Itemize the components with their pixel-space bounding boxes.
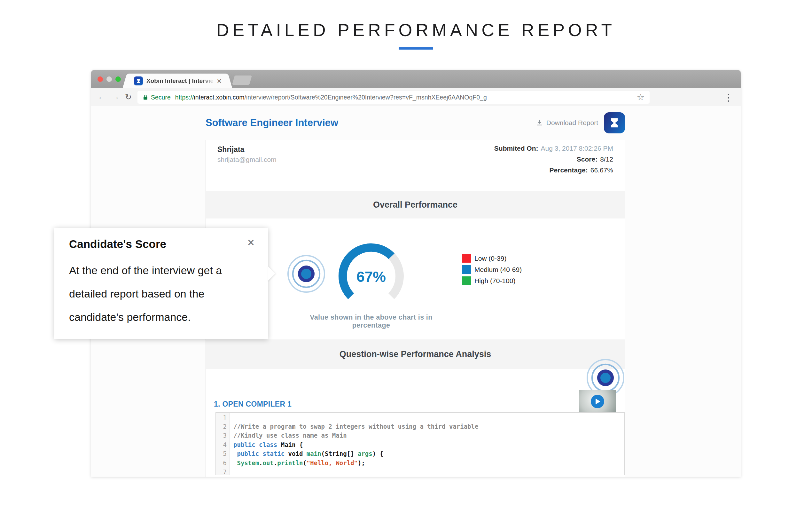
code-line: 6 System.out.println("Hello, World"); bbox=[216, 458, 624, 468]
meta-value: Aug 3, 2017 8:02:26 PM bbox=[541, 144, 614, 152]
report-title: Software Engineer Interview bbox=[205, 117, 338, 129]
tooltip-body: At the end of the interview get a detail… bbox=[69, 259, 258, 329]
meta-value: 8/12 bbox=[600, 156, 613, 163]
meta-label: Submited On: bbox=[494, 144, 538, 152]
url-path: /interview/report/Software%20Engineer%20… bbox=[245, 94, 487, 101]
candidate-name: Shrijata bbox=[218, 145, 244, 154]
browser-menu-icon[interactable]: ⋮ bbox=[724, 92, 733, 103]
gauge-value-label: 67% bbox=[336, 268, 406, 285]
code-token: . bbox=[259, 459, 262, 466]
bookmark-star-icon[interactable]: ☆ bbox=[637, 93, 644, 102]
candidate-meta-row: Score:8/12 bbox=[494, 156, 613, 163]
browser-toolbar: ← → ↻ Secure https://interact.xobin.com/… bbox=[91, 88, 741, 106]
code-token: Main { bbox=[277, 441, 303, 448]
tab-close-icon[interactable]: × bbox=[217, 77, 222, 85]
report-header: Software Engineer Interview Download Rep… bbox=[205, 106, 625, 139]
code-line: 3//Kindly use class name as Main bbox=[216, 431, 624, 440]
url-scheme: https:// bbox=[175, 94, 194, 101]
code-line-number: 3 bbox=[216, 431, 230, 440]
code-token: main bbox=[306, 450, 321, 457]
code-token: public class bbox=[233, 441, 277, 448]
report-content: Software Engineer Interview Download Rep… bbox=[205, 106, 625, 477]
answer-video-thumbnail[interactable] bbox=[579, 390, 616, 413]
code-line-number: 5 bbox=[216, 449, 230, 458]
legend-label: Medium (40-69) bbox=[474, 266, 522, 273]
play-triangle bbox=[595, 398, 601, 405]
minimize-window-button[interactable] bbox=[106, 77, 112, 82]
section-questionwise: Question-wise Performance Analysis bbox=[206, 339, 625, 369]
question-1-title: 1. OPEN COMPILER 1 bbox=[214, 400, 292, 409]
xobin-favicon-icon bbox=[134, 77, 143, 85]
url-text: https://interact.xobin.com/interview/rep… bbox=[175, 94, 487, 101]
code-line: 4public class Main { bbox=[216, 440, 624, 450]
section-overall-title: Overall Performance bbox=[373, 200, 458, 210]
secure-label: Secure bbox=[151, 94, 171, 101]
code-editor: 12//Write a program to swap 2 integers w… bbox=[216, 412, 625, 475]
reload-icon[interactable]: ↻ bbox=[125, 92, 132, 102]
code-token: println bbox=[277, 459, 303, 466]
code-line-number: 1 bbox=[216, 413, 230, 422]
legend-row: High (70-100) bbox=[462, 277, 522, 285]
code-token: System bbox=[237, 459, 259, 466]
tab-title: Xobin Interact | Interview Repo bbox=[146, 77, 214, 84]
code-line-text bbox=[230, 413, 233, 422]
header-right: Download Report bbox=[536, 112, 625, 133]
page-title-block: DETAILED PERFORMANCE REPORT bbox=[91, 20, 741, 50]
close-window-button[interactable] bbox=[97, 77, 103, 82]
legend-swatch bbox=[462, 254, 471, 263]
tour-hotspot-score[interactable] bbox=[285, 253, 327, 296]
code-token: (String[] bbox=[321, 450, 358, 457]
address-bar[interactable]: Secure https://interact.xobin.com/interv… bbox=[138, 91, 650, 103]
code-token bbox=[233, 459, 237, 466]
back-icon[interactable]: ← bbox=[97, 92, 106, 102]
code-line-text: System.out.println("Hello, World"); bbox=[230, 458, 365, 468]
meta-label: Score: bbox=[577, 156, 598, 163]
code-token: //Kindly use class name as Main bbox=[233, 432, 347, 439]
code-token: ) { bbox=[373, 450, 383, 457]
title-underline bbox=[399, 47, 433, 50]
browser-title-bar: Xobin Interact | Interview Repo × bbox=[91, 70, 741, 88]
code-line-number: 4 bbox=[216, 440, 230, 450]
candidate-meta-row: Percentage:66.67% bbox=[494, 166, 613, 174]
code-line-text: public static void main(String[] args) { bbox=[230, 449, 383, 458]
tooltip-arrow bbox=[268, 266, 275, 281]
code-token: //Write a program to swap 2 integers wit… bbox=[233, 423, 478, 430]
window-controls bbox=[97, 77, 121, 82]
code-line-number: 7 bbox=[216, 467, 230, 475]
browser-tab[interactable]: Xobin Interact | Interview Repo × bbox=[130, 74, 225, 88]
zoom-window-button[interactable] bbox=[115, 77, 121, 82]
background-tab[interactable] bbox=[232, 76, 252, 85]
code-line-text: //Write a program to swap 2 integers wit… bbox=[230, 422, 478, 431]
code-line-number: 2 bbox=[216, 422, 230, 431]
code-token: ); bbox=[358, 459, 365, 466]
tooltip-close-icon[interactable]: × bbox=[247, 237, 254, 249]
lock-icon bbox=[143, 94, 148, 100]
chart-caption: Value shown in the above chart is in per… bbox=[291, 313, 451, 330]
section-questionwise-title: Question-wise Performance Analysis bbox=[339, 349, 491, 359]
candidate-meta-row: Submited On:Aug 3, 2017 8:02:26 PM bbox=[494, 144, 613, 152]
code-line-text: public class Main { bbox=[230, 440, 303, 450]
code-token: args bbox=[358, 450, 373, 457]
download-report-label: Download Report bbox=[546, 119, 598, 127]
xobin-logo bbox=[604, 112, 625, 133]
play-icon[interactable] bbox=[591, 395, 604, 408]
code-token: out bbox=[263, 459, 274, 466]
forward-icon[interactable]: → bbox=[111, 92, 120, 102]
code-line-text bbox=[230, 467, 233, 475]
candidate-meta: Submited On:Aug 3, 2017 8:02:26 PMScore:… bbox=[494, 144, 613, 177]
code-token: . bbox=[274, 459, 277, 466]
candidate-email: shrijata@gmail.com bbox=[218, 156, 277, 164]
page-title: DETAILED PERFORMANCE REPORT bbox=[91, 20, 741, 40]
legend-label: High (70-100) bbox=[474, 277, 515, 285]
download-report-button[interactable]: Download Report bbox=[536, 119, 598, 127]
screenshot-canvas: DETAILED PERFORMANCE REPORT Xobin Intera… bbox=[0, 0, 812, 508]
section-overall-performance: Overall Performance bbox=[206, 191, 625, 218]
code-token: void bbox=[285, 450, 306, 457]
download-icon bbox=[536, 119, 543, 126]
code-line: 5 public static void main(String[] args)… bbox=[216, 449, 624, 458]
legend-label: Low (0-39) bbox=[474, 255, 507, 262]
report-card: Shrijata shrijata@gmail.com Submited On:… bbox=[205, 140, 625, 477]
code-token: ( bbox=[303, 459, 306, 466]
url-domain: interact.xobin.com bbox=[194, 94, 244, 101]
legend-swatch bbox=[462, 277, 471, 285]
